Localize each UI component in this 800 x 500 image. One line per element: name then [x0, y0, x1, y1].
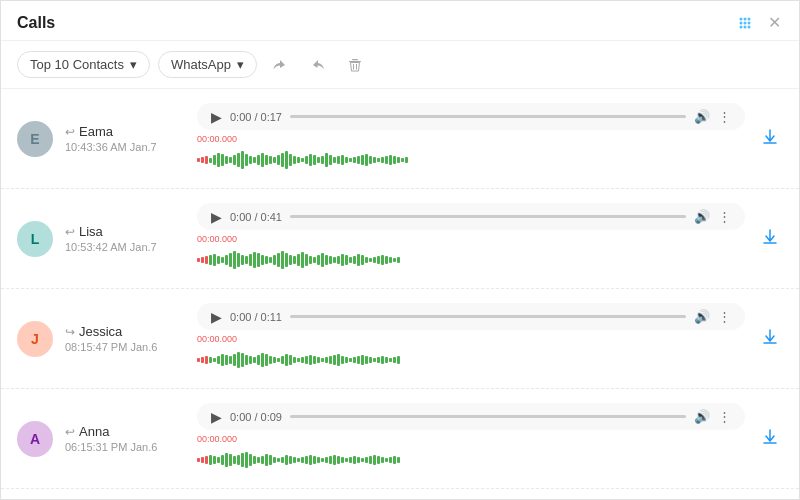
waveform-bar	[273, 457, 276, 463]
waveform-bar	[309, 455, 312, 465]
waveform-bar	[301, 158, 304, 162]
waveform	[197, 446, 745, 474]
progress-bar[interactable]	[290, 315, 686, 318]
progress-bar[interactable]	[290, 115, 686, 118]
delete-icon	[347, 57, 363, 73]
top-contacts-filter[interactable]: Top 10 Contacts ▾	[17, 51, 150, 78]
more-options-icon[interactable]: ⋮	[718, 309, 731, 324]
progress-bar[interactable]	[290, 415, 686, 418]
waveform-bar	[245, 452, 248, 468]
time-display: 0:00 / 0:17	[230, 111, 282, 123]
play-button[interactable]: ▶	[211, 110, 222, 124]
waveform-bar	[213, 358, 216, 362]
waveform-container: 00:00.000	[197, 434, 745, 474]
waveform-bar	[301, 457, 304, 463]
download-button[interactable]	[757, 224, 783, 254]
title-bar: Calls ✕	[1, 1, 799, 41]
waveform	[197, 146, 745, 174]
waveform-bar	[209, 455, 212, 465]
name-label: Anna	[79, 424, 109, 439]
progress-bar[interactable]	[290, 215, 686, 218]
waveform-bar	[233, 456, 236, 464]
reply-button[interactable]	[303, 52, 333, 78]
waveform-bar	[337, 256, 340, 264]
volume-icon[interactable]: 🔊	[694, 409, 710, 424]
waveform-bar	[309, 355, 312, 365]
waveform-bar	[277, 155, 280, 165]
play-button[interactable]: ▶	[211, 410, 222, 424]
waveform-bar	[369, 156, 372, 164]
waveform-bar	[245, 355, 248, 365]
forward-button[interactable]	[265, 52, 295, 78]
waveform-bar	[285, 455, 288, 465]
name-label: Jessica	[79, 324, 122, 339]
more-options-icon[interactable]: ⋮	[718, 409, 731, 424]
waveform-bar	[245, 256, 248, 264]
waveform-bar	[341, 254, 344, 266]
call-row: E ↩ Eama 10:43:36 AM Jan.7 ▶ 0:00 / 0:17…	[1, 89, 799, 189]
waveform-bar	[325, 457, 328, 463]
waveform-bar	[313, 356, 316, 364]
waveform-bar	[265, 454, 268, 466]
waveform-bar	[389, 257, 392, 263]
more-options-icon[interactable]: ⋮	[718, 209, 731, 224]
waveform-bar	[397, 157, 400, 163]
waveform-bar	[341, 457, 344, 463]
dots-grid-button[interactable]	[736, 14, 754, 32]
waveform-bar	[221, 154, 224, 166]
waveform-bar	[377, 357, 380, 363]
play-button[interactable]: ▶	[211, 310, 222, 324]
volume-icon[interactable]: 🔊	[694, 109, 710, 124]
waveform-bar	[285, 354, 288, 366]
waveform-bar	[293, 156, 296, 164]
waveform-bar	[353, 357, 356, 363]
call-type-icon: ↩	[65, 425, 75, 439]
waveform-bar	[349, 257, 352, 263]
waveform-bar	[385, 156, 388, 164]
whatsapp-filter[interactable]: WhatsApp ▾	[158, 51, 257, 78]
play-button[interactable]: ▶	[211, 210, 222, 224]
waveform-bar	[281, 251, 284, 269]
call-time: 10:53:42 AM Jan.7	[65, 241, 185, 253]
waveform-bar	[369, 456, 372, 464]
waveform-bar	[325, 357, 328, 363]
call-time: 08:15:47 PM Jan.6	[65, 341, 185, 353]
waveform-bar	[361, 355, 364, 365]
volume-icon[interactable]: 🔊	[694, 209, 710, 224]
waveform-bar	[197, 358, 200, 362]
waveform-bar	[389, 457, 392, 463]
waveform-bar	[257, 355, 260, 365]
close-icon: ✕	[768, 13, 781, 32]
delete-button[interactable]	[341, 53, 369, 77]
waveform-bar	[201, 357, 204, 363]
waveform-bar	[201, 457, 204, 463]
download-button[interactable]	[757, 424, 783, 454]
waveform-bar	[209, 357, 212, 363]
waveform-bar	[345, 157, 348, 163]
waveform-bar	[285, 151, 288, 169]
call-time: 06:15:31 PM Jan.6	[65, 441, 185, 453]
contact-name: ↪ Jessica	[65, 324, 185, 339]
close-button[interactable]: ✕	[766, 11, 783, 34]
audio-player: ▶ 0:00 / 0:09 🔊 ⋮	[197, 403, 745, 430]
waveform-bar	[257, 457, 260, 463]
more-options-icon[interactable]: ⋮	[718, 109, 731, 124]
waveform-bar	[197, 158, 200, 162]
waveform-container: 00:00.000	[197, 234, 745, 274]
call-type-icon: ↩	[65, 225, 75, 239]
volume-icon[interactable]: 🔊	[694, 309, 710, 324]
waveform-bar	[233, 251, 236, 269]
waveform-bar	[361, 155, 364, 165]
waveform-bar	[213, 456, 216, 464]
time-display: 0:00 / 0:11	[230, 311, 282, 323]
dots-grid-icon	[738, 16, 752, 30]
waveform-bar	[333, 257, 336, 263]
download-button[interactable]	[757, 124, 783, 154]
waveform-bar	[217, 256, 220, 264]
waveform-bar	[205, 156, 208, 164]
svg-rect-10	[352, 59, 358, 60]
waveform-bar	[269, 257, 272, 263]
waveform-bar	[297, 157, 300, 163]
download-button[interactable]	[757, 324, 783, 354]
waveform-bar	[269, 156, 272, 164]
